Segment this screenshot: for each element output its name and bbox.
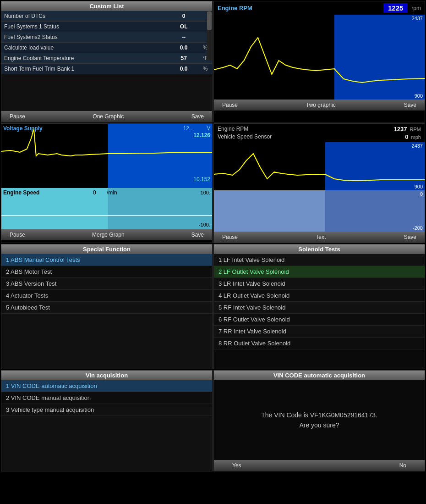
vin-code-message1: The VIN Code is VF1KG0M0529164173. <box>261 411 377 419</box>
vin-acquisition-panel: Vin acquisition 1 VIN CODE automatic acq… <box>1 370 213 471</box>
engine-rpm-panel-1: Engine RPM 1225 rpm 2437 900 Pause Two g… <box>213 1 425 122</box>
list-item[interactable]: 6 RF Outlet Valve Solenoid <box>214 314 425 326</box>
row-label: Engine Coolant Temperature <box>1 53 169 64</box>
save-btn-rpm2[interactable]: Save <box>400 233 420 241</box>
table-row: Engine Coolant Temperature57°F <box>1 53 212 64</box>
list-item[interactable]: 2 ABS Motor Test <box>1 266 212 278</box>
list-item[interactable]: 2 VIN CODE manual acquisition <box>1 392 212 404</box>
voltage-val1: 12... <box>183 125 194 132</box>
engine-rpm-panel-2: Engine RPM 1237 RPM Vehicle Speed Sensor… <box>213 123 425 243</box>
list-item[interactable]: 5 RF Intet Valve Solenoid <box>214 302 425 314</box>
speed-scale-bottom: -100. <box>199 222 210 227</box>
pause-button[interactable]: Pause <box>6 112 29 121</box>
row-value: 0 <box>169 11 198 22</box>
engine-rpm-title: Engine RPM <box>218 5 252 11</box>
solenoid-tests-panel: Solenoid Tests 1 LF Intet Valve Solenoid… <box>213 244 425 369</box>
row-label: Fuel Systems 1 Status <box>1 22 169 32</box>
voltage-unit: V <box>207 125 210 131</box>
engine-rpm-unit: rpm <box>411 5 421 11</box>
pause-btn-rpm2[interactable]: Pause <box>218 233 241 241</box>
custom-list-table: Number of DTCs0Fuel Systems 1 StatusOLFu… <box>1 11 212 74</box>
engine-speed-val: 0 <box>93 189 96 196</box>
custom-list-panel: Custom List Number of DTCs0Fuel Systems … <box>1 1 213 122</box>
rpm2-footer: Pause Text Save <box>214 232 425 243</box>
row-label: Calculate load value <box>1 43 169 53</box>
vin-code-footer: Yes No <box>214 460 425 471</box>
engine-rpm-footer-1: Pause Two graphic Save <box>214 100 425 111</box>
scrollbar[interactable] <box>207 11 212 61</box>
text-btn[interactable]: Text <box>312 233 329 241</box>
pause-btn-volt[interactable]: Pause <box>6 231 29 239</box>
yes-button[interactable]: Yes <box>218 461 255 470</box>
table-row: Fuel Systems2 Status-- <box>1 32 212 43</box>
row-value: OL <box>169 22 198 32</box>
table-row: Number of DTCs0 <box>1 11 212 22</box>
row-value: 57 <box>169 53 198 64</box>
table-row: Short Term Fuel Trim-Bank 10.0% <box>1 64 212 74</box>
row-value: 0.0 <box>169 43 198 53</box>
list-item[interactable]: 5 Autobleed Test <box>1 302 212 314</box>
sensor1-name: Engine RPM <box>218 126 248 133</box>
row-value: 0.0 <box>169 64 198 74</box>
list-item[interactable]: 4 LR Outlet Valve Solenoid <box>214 290 425 302</box>
solenoid-tests-list: 1 LF Intet Valve Solenoid2 LF Outlet Val… <box>214 254 425 349</box>
voltage-label: Voltage Supply <box>3 125 43 132</box>
custom-list-footer: Pause One Graphic Save <box>1 111 212 122</box>
special-function-list: 1 ABS Manual Control Tests2 ABS Motor Te… <box>1 254 212 314</box>
list-item[interactable]: 1 LF Intet Valve Solenoid <box>214 254 425 266</box>
sensor2-unit: mph <box>411 134 421 140</box>
voltage-val3: 10.152 <box>193 176 210 183</box>
sensor1-val: 1237 <box>394 126 407 133</box>
row-value: -- <box>169 32 198 43</box>
merge-graph-btn[interactable]: Merge Graph <box>88 231 128 239</box>
special-function-panel: Special Function 1 ABS Manual Control Te… <box>1 244 213 369</box>
row-label: Number of DTCs <box>1 11 169 22</box>
list-item[interactable]: 3 Vehicle type manual acquisition <box>1 404 212 416</box>
special-function-title: Special Function <box>1 244 212 254</box>
list-item[interactable]: 1 VIN CODE automatic acquisition <box>1 380 212 392</box>
row-label: Short Term Fuel Trim-Bank 1 <box>1 64 169 74</box>
vin-code-panel: VIN CODE automatic acquisition The VIN C… <box>213 370 425 471</box>
rpm-scale-bottom: 900 <box>415 93 423 99</box>
svg-rect-2 <box>108 188 212 229</box>
list-item[interactable]: 1 ABS Manual Control Tests <box>1 254 212 266</box>
no-button[interactable]: No <box>386 461 420 470</box>
svg-rect-4 <box>325 142 425 190</box>
pause-btn-1[interactable]: Pause <box>218 101 241 109</box>
speed2-chart-svg <box>214 190 425 232</box>
vin-code-message2: Are you sure? <box>299 421 339 429</box>
voltage-chart-svg <box>1 124 212 188</box>
list-item[interactable]: 3 ABS Version Test <box>1 278 212 290</box>
voltage-panel: Voltage Supply 12... V 12.126 10.152 Eng… <box>1 123 213 243</box>
rpm2-scale-top: 2437 <box>412 143 423 149</box>
save-btn-1[interactable]: Save <box>400 101 420 109</box>
custom-list-title: Custom List <box>1 1 212 11</box>
sensor2-name: Vehicle Speed Sensor <box>218 133 272 140</box>
vin-code-title: VIN CODE automatic acquisition <box>214 371 425 380</box>
speed2-scale-bottom: -200 <box>413 225 423 231</box>
table-row: Fuel Systems 1 StatusOL <box>1 22 212 32</box>
speed2-scale-top: 0 <box>420 191 423 197</box>
list-item[interactable]: 7 RR Intet Valve Solenoid <box>214 326 425 338</box>
save-button[interactable]: Save <box>188 112 208 121</box>
one-graphic-button[interactable]: One Graphic <box>89 112 127 121</box>
engine-speed-unit: /min <box>107 189 117 196</box>
rpm-scale-top: 2437 <box>412 16 423 21</box>
vin-acquisition-list: 1 VIN CODE automatic acquisition2 VIN CO… <box>1 380 212 416</box>
table-row: Calculate load value0.0% <box>1 43 212 53</box>
voltage-footer: Pause Merge Graph Save <box>1 229 212 240</box>
voltage-val2: 12.126 <box>193 132 210 138</box>
speed-scale-top: 100. <box>201 190 210 195</box>
list-item[interactable]: 4 Actuator Tests <box>1 290 212 302</box>
list-item[interactable]: 3 LR Intet Valve Solenoid <box>214 278 425 290</box>
list-item[interactable]: 2 LF Outlet Valve Solenoid <box>214 266 425 278</box>
two-graphic-btn[interactable]: Two graphic <box>302 101 339 109</box>
vin-acquisition-title: Vin acquisition <box>1 371 212 380</box>
sensor1-unit: RPM <box>410 127 421 132</box>
save-btn-volt[interactable]: Save <box>188 231 208 239</box>
svg-rect-5 <box>325 190 425 232</box>
list-item[interactable]: 8 RR Outlet Valve Solenoid <box>214 338 425 349</box>
rpm2-chart-svg <box>214 142 425 190</box>
row-label: Fuel Systems2 Status <box>1 32 169 43</box>
svg-rect-0 <box>334 15 425 100</box>
